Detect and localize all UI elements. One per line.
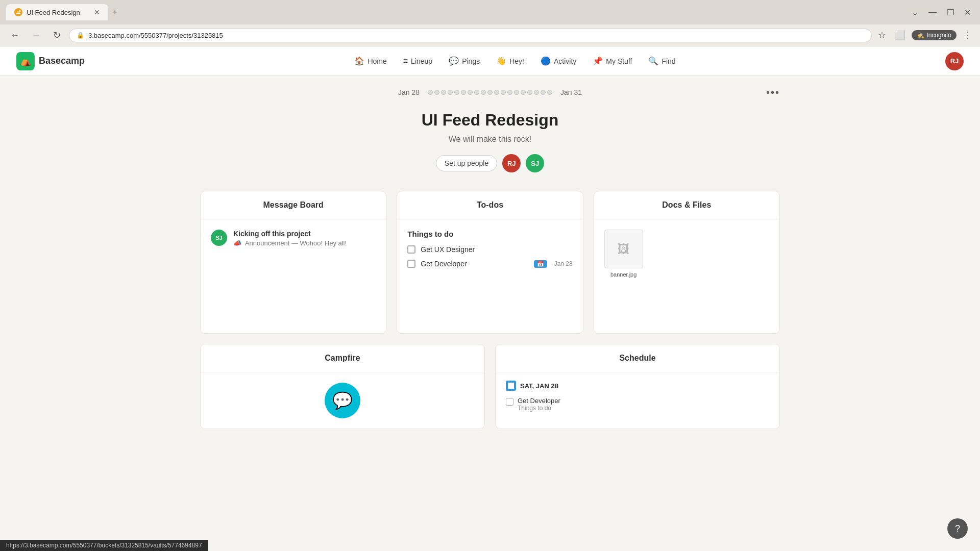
new-tab-btn[interactable]: + <box>108 5 122 20</box>
tab-favicon: 🏕 <box>14 8 22 16</box>
todo-date-badge: 📅 <box>534 260 547 268</box>
app-nav: ⛺ Basecamp 🏠 Home ≡ Lineup 💬 Pings 👋 Hey… <box>0 46 980 76</box>
hey-icon: 👋 <box>496 56 506 66</box>
timeline-track <box>428 90 552 95</box>
avatar-sj[interactable]: SJ <box>526 154 544 172</box>
window-minimize-btn2[interactable]: — <box>925 7 940 18</box>
mystuff-icon: 📌 <box>593 56 603 66</box>
star-btn[interactable]: ☆ <box>876 28 888 43</box>
setup-people-btn[interactable]: Set up people <box>436 155 497 171</box>
window-controls: ⌄ — ❐ ✕ <box>909 7 974 18</box>
campfire-icon: 💬 <box>325 383 360 418</box>
timeline-pip-18 <box>541 90 546 95</box>
status-bar: https://3.basecamp.com/5550377/buckets/3… <box>0 540 208 551</box>
more-options-btn[interactable]: ⋮ <box>961 28 974 43</box>
nav-hey-label: Hey! <box>509 57 524 65</box>
schedule-todo-sub: Things to do <box>518 405 560 412</box>
tab-title: UI Feed Redesign <box>27 9 80 16</box>
lineup-icon: ≡ <box>403 57 408 66</box>
options-btn[interactable]: ••• <box>766 87 780 98</box>
schedule-todo-content: Get Developer Things to do <box>518 397 560 412</box>
timeline-pip-10 <box>487 90 493 95</box>
announcement-icon: 📣 <box>233 239 241 247</box>
message-board-header: Message Board <box>201 191 386 219</box>
campfire-body: 💬 <box>201 372 484 429</box>
project-title: UI Feed Redesign <box>200 111 780 130</box>
browser-tabs: 🏕 UI Feed Redesign ✕ + <box>6 4 122 20</box>
message-subtitle: 📣 Announcement — Wohoo! Hey all! <box>233 239 376 247</box>
message-title: Kicking off this project <box>233 230 376 238</box>
schedule-checkbox-1[interactable] <box>506 398 513 406</box>
campfire-header: Campfire <box>201 344 484 372</box>
nav-lineup[interactable]: ≡ Lineup <box>396 53 439 70</box>
schedule-header: Schedule <box>496 344 779 372</box>
main-content: Jan 28 Jan 31 ••• UI Fe <box>184 76 796 441</box>
docs-grid: 🖼 banner.jpg <box>604 230 769 278</box>
timeline-pip-13 <box>507 90 512 95</box>
timeline-pip-17 <box>534 90 539 95</box>
nav-pings[interactable]: 💬 Pings <box>442 52 487 70</box>
window-minimize-btn[interactable]: ⌄ <box>909 7 921 18</box>
nav-items: 🏠 Home ≡ Lineup 💬 Pings 👋 Hey! 🔵 Activit… <box>85 52 945 70</box>
nav-home[interactable]: 🏠 Home <box>347 52 394 70</box>
project-people: Set up people RJ SJ <box>200 154 780 172</box>
nav-find[interactable]: 🔍 Find <box>641 52 682 70</box>
timeline-pip-11 <box>494 90 499 95</box>
logo-text: Basecamp <box>39 56 85 66</box>
todo-item-2: Get Developer 📅 Jan 28 <box>407 260 572 268</box>
nav-pings-label: Pings <box>462 57 480 65</box>
message-subtitle-text: Announcement — Wohoo! Hey all! <box>245 239 347 247</box>
user-avatar[interactable]: RJ <box>945 52 964 70</box>
timeline-pip-2 <box>434 90 439 95</box>
forward-btn[interactable]: → <box>28 28 45 43</box>
window-close-btn[interactable]: ✕ <box>961 7 974 18</box>
timeline-pip-3 <box>441 90 446 95</box>
todo-date-text: Jan 28 <box>554 260 573 267</box>
timeline-pip-8 <box>474 90 479 95</box>
tab-close-btn[interactable]: ✕ <box>94 8 100 16</box>
logo-icon: ⛺ <box>16 52 35 70</box>
avatar-rj[interactable]: RJ <box>502 154 521 172</box>
nav-activity[interactable]: 🔵 Activity <box>533 52 583 70</box>
schedule-todo-text: Get Developer <box>518 397 560 405</box>
schedule-panel: Schedule SAT, JAN 28 Get Developer Thing… <box>495 344 780 429</box>
doc-item-1[interactable]: 🖼 banner.jpg <box>604 230 643 278</box>
url-text: 3.basecamp.com/5550377/projects/31325815 <box>88 32 864 39</box>
schedule-date-header: SAT, JAN 28 <box>506 381 769 391</box>
browser-chrome: 🏕 UI Feed Redesign ✕ + ⌄ — ❐ ✕ ← → ↻ 🔒 3… <box>0 0 980 46</box>
todo-label-1: Get UX Designer <box>421 245 572 254</box>
schedule-todo-item-1: Get Developer Things to do <box>506 397 769 412</box>
status-url: https://3.basecamp.com/5550377/buckets/3… <box>6 542 202 549</box>
todo-checkbox-1[interactable] <box>407 245 415 254</box>
refresh-btn[interactable]: ↻ <box>49 28 65 43</box>
activity-icon: 🔵 <box>541 56 551 66</box>
timeline-pip-14 <box>514 90 519 95</box>
timeline-pip-9 <box>481 90 486 95</box>
project-header: UI Feed Redesign We will make this rock!… <box>200 111 780 172</box>
active-tab[interactable]: 🏕 UI Feed Redesign ✕ <box>6 4 108 20</box>
todos-header: To-dos <box>397 191 582 219</box>
message-item[interactable]: SJ Kicking off this project 📣 Announceme… <box>211 230 376 247</box>
sidebar-btn[interactable]: ⬜ <box>892 28 908 43</box>
doc-thumbnail-1: 🖼 <box>604 230 643 268</box>
app-logo[interactable]: ⛺ Basecamp <box>16 52 85 70</box>
todo-checkbox-2[interactable] <box>407 260 415 268</box>
lock-icon: 🔒 <box>77 32 84 39</box>
schedule-date-label: SAT, JAN 28 <box>520 382 558 390</box>
window-maximize-btn[interactable]: ❐ <box>944 7 957 18</box>
pings-icon: 💬 <box>449 56 459 66</box>
timeline-pip-7 <box>468 90 473 95</box>
schedule-body: SAT, JAN 28 Get Developer Things to do <box>496 372 779 422</box>
timeline-pip-6 <box>461 90 466 95</box>
url-bar[interactable]: 🔒 3.basecamp.com/5550377/projects/313258… <box>69 29 872 42</box>
todos-panel: To-dos Things to do Get UX Designer Get … <box>397 191 583 334</box>
message-content: Kicking off this project 📣 Announcement … <box>233 230 376 247</box>
docs-header: Docs & Files <box>594 191 779 219</box>
doc-icon: 🖼 <box>618 242 630 256</box>
help-btn[interactable]: ? <box>947 518 968 539</box>
message-board-panel: Message Board SJ Kicking off this projec… <box>200 191 386 334</box>
docs-body: 🖼 banner.jpg <box>594 219 779 288</box>
nav-mystuff[interactable]: 📌 My Stuff <box>585 52 639 70</box>
back-btn[interactable]: ← <box>6 28 23 43</box>
nav-hey[interactable]: 👋 Hey! <box>489 52 531 70</box>
